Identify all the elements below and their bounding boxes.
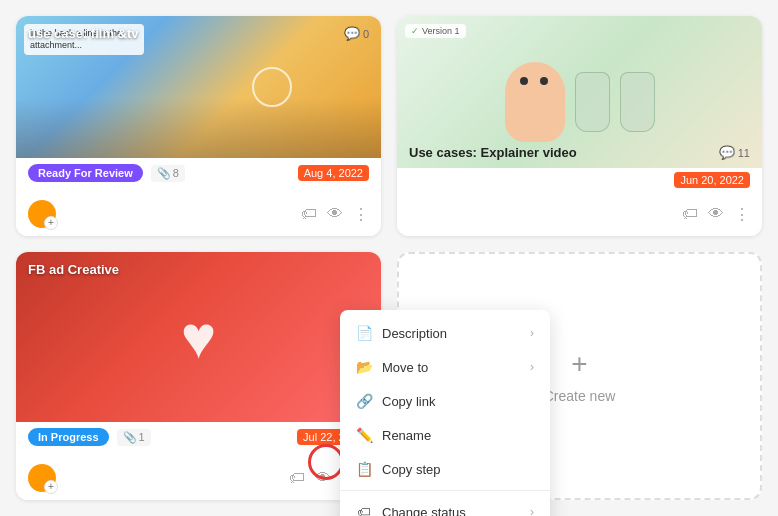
card3-eye-icon[interactable]: 👁 xyxy=(315,469,331,487)
menu-item-move-to-label: Move to xyxy=(382,360,428,375)
card2-comment-badge: 💬 11 xyxy=(719,145,750,160)
card3-title: FB ad Creative xyxy=(28,262,119,277)
card1-status-badge: Ready For Review xyxy=(28,164,143,182)
card3-attach-icon: 📎 xyxy=(123,431,137,444)
card2-version-text: Version 1 xyxy=(422,26,460,36)
card1-title-bar: use case: film &tv 💬 0 xyxy=(16,16,381,51)
card1-circle xyxy=(252,67,292,107)
card-fb-ad: ♥ FB ad Creative In Progress 📎 1 Jul 22,… xyxy=(16,252,381,500)
card3-avatar[interactable] xyxy=(28,464,56,492)
card3-tag-icon[interactable]: 🏷 xyxy=(289,469,305,487)
move-to-icon: 📂 xyxy=(356,359,372,375)
menu-item-rename[interactable]: ✏️ Rename xyxy=(340,418,550,452)
context-menu: 📄 Description › 📂 Move to › 🔗 Copy link … xyxy=(340,310,550,516)
card2-date: Jun 20, 2022 xyxy=(674,172,750,188)
card1-footer: 🏷 👁 ⋮ xyxy=(16,192,381,236)
card-film-tv: in the back a line in the attachment... … xyxy=(16,16,381,236)
card1-attach-icon: 📎 xyxy=(157,167,171,180)
rename-icon: ✏️ xyxy=(356,427,372,443)
card1-tag-icon[interactable]: 🏷 xyxy=(301,205,317,223)
card1-attachment: 📎 8 xyxy=(151,165,185,182)
menu-item-description[interactable]: 📄 Description › xyxy=(340,316,550,350)
card1-avatar[interactable] xyxy=(28,200,56,228)
menu-item-copy-link-label: Copy link xyxy=(382,394,435,409)
change-status-icon: 🏷 xyxy=(356,504,372,516)
move-to-arrow: › xyxy=(530,360,534,374)
menu-item-description-label: Description xyxy=(382,326,447,341)
card3-attachment: 📎 1 xyxy=(117,429,151,446)
card1-title: use case: film &tv xyxy=(28,26,139,41)
card2-title-bar: Use cases: Explainer video 💬 11 xyxy=(397,137,762,168)
card2-spacer xyxy=(409,200,437,228)
menu-item-change-status-label: Change status xyxy=(382,505,466,517)
menu-item-change-status[interactable]: 🏷 Change status › xyxy=(340,495,550,516)
card1-date: Aug 4, 2022 xyxy=(298,165,369,181)
card2-jar2 xyxy=(620,72,655,132)
card2-more-icon[interactable]: ⋮ xyxy=(734,205,750,224)
card1-bottom: Ready For Review 📎 8 Aug 4, 2022 xyxy=(16,158,381,192)
card2-jar xyxy=(575,72,610,132)
description-arrow: › xyxy=(530,326,534,340)
card2-tag-icon[interactable]: 🏷 xyxy=(682,205,698,223)
copy-step-icon: 📋 xyxy=(356,461,372,477)
card3-footer: 🏷 👁 ⋮ xyxy=(16,456,381,500)
card2-eye-icon[interactable]: 👁 xyxy=(708,205,724,223)
card3-bottom: In Progress 📎 1 Jul 22, 2022 xyxy=(16,422,381,456)
card1-eye-icon[interactable]: 👁 xyxy=(327,205,343,223)
card2-character xyxy=(505,62,565,142)
card1-thumbnail: in the back a line in the attachment... … xyxy=(16,16,381,158)
card2-comment-count: 11 xyxy=(738,147,750,159)
card2-actions: 🏷 👁 ⋮ xyxy=(682,205,750,224)
card1-actions: 🏷 👁 ⋮ xyxy=(301,205,369,224)
card1-comment-badge: 💬 0 xyxy=(344,26,369,41)
card1-more-icon[interactable]: ⋮ xyxy=(353,205,369,224)
card2-footer: 🏷 👁 ⋮ xyxy=(397,192,762,236)
card3-title-bar: FB ad Creative xyxy=(16,252,381,287)
copy-link-icon: 🔗 xyxy=(356,393,372,409)
menu-item-copy-link[interactable]: 🔗 Copy link xyxy=(340,384,550,418)
card3-thumbnail: ♥ FB ad Creative xyxy=(16,252,381,422)
create-plus-icon: + xyxy=(571,348,587,380)
card3-attach-count: 1 xyxy=(139,431,145,443)
menu-divider1 xyxy=(340,490,550,491)
menu-item-move-to[interactable]: 📂 Move to › xyxy=(340,350,550,384)
card3-status-badge: In Progress xyxy=(28,428,109,446)
card1-comment-count: 0 xyxy=(363,28,369,40)
card1-attach-count: 8 xyxy=(173,167,179,179)
card2-date-row: Jun 20, 2022 xyxy=(397,168,762,192)
card-explainer: Version 1 Use cases: Explainer video 💬 1… xyxy=(397,16,762,236)
card3-heart: ♥ xyxy=(181,303,217,372)
card2-title: Use cases: Explainer video xyxy=(409,145,577,160)
card1-comment-icon: 💬 xyxy=(344,26,360,41)
change-status-arrow: › xyxy=(530,505,534,516)
card2-comment-icon: 💬 xyxy=(719,145,735,160)
card2-version-badge: Version 1 xyxy=(405,24,466,38)
description-icon: 📄 xyxy=(356,325,372,341)
menu-item-copy-step-label: Copy step xyxy=(382,462,441,477)
card2-thumbnail: Version 1 Use cases: Explainer video 💬 1… xyxy=(397,16,762,168)
create-label: Create new xyxy=(544,388,616,404)
menu-item-copy-step[interactable]: 📋 Copy step xyxy=(340,452,550,486)
menu-item-rename-label: Rename xyxy=(382,428,431,443)
